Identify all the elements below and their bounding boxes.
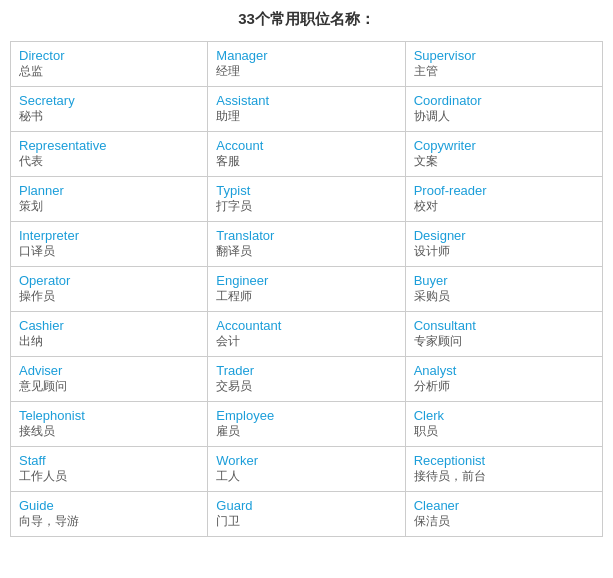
table-cell: Supervisor主管: [405, 42, 602, 87]
job-title-zh: 出纳: [19, 333, 199, 350]
job-title-zh: 职员: [414, 423, 594, 440]
job-title-en: Secretary: [19, 93, 199, 108]
job-title-zh: 会计: [216, 333, 396, 350]
table-cell: Operator操作员: [11, 267, 208, 312]
table-cell: Account客服: [208, 132, 405, 177]
job-title-en: Clerk: [414, 408, 594, 423]
table-cell: Assistant助理: [208, 87, 405, 132]
job-title-en: Trader: [216, 363, 396, 378]
job-title-zh: 工程师: [216, 288, 396, 305]
table-cell: Trader交易员: [208, 357, 405, 402]
job-title-en: Interpreter: [19, 228, 199, 243]
job-title-zh: 工作人员: [19, 468, 199, 485]
job-title-zh: 设计师: [414, 243, 594, 260]
job-title-en: Telephonist: [19, 408, 199, 423]
jobs-table: Director总监Manager经理Supervisor主管Secretary…: [10, 41, 603, 537]
job-title-en: Guard: [216, 498, 396, 513]
table-cell: Typist打字员: [208, 177, 405, 222]
job-title-zh: 助理: [216, 108, 396, 125]
table-cell: Staff工作人员: [11, 447, 208, 492]
job-title-zh: 接待员，前台: [414, 468, 594, 485]
table-cell: Telephonist接线员: [11, 402, 208, 447]
job-title-zh: 交易员: [216, 378, 396, 395]
page-title: 33个常用职位名称：: [10, 10, 603, 29]
job-title-en: Accountant: [216, 318, 396, 333]
job-title-zh: 向导，导游: [19, 513, 199, 530]
table-cell: Proof-reader校对: [405, 177, 602, 222]
job-title-zh: 文案: [414, 153, 594, 170]
table-cell: Clerk职员: [405, 402, 602, 447]
table-cell: Worker工人: [208, 447, 405, 492]
table-cell: Buyer采购员: [405, 267, 602, 312]
job-title-en: Representative: [19, 138, 199, 153]
job-title-en: Typist: [216, 183, 396, 198]
table-cell: Cashier出纳: [11, 312, 208, 357]
job-title-en: Coordinator: [414, 93, 594, 108]
job-title-en: Worker: [216, 453, 396, 468]
job-title-zh: 客服: [216, 153, 396, 170]
table-cell: Receptionist接待员，前台: [405, 447, 602, 492]
job-title-zh: 专家顾问: [414, 333, 594, 350]
table-cell: Coordinator协调人: [405, 87, 602, 132]
table-cell: Engineer工程师: [208, 267, 405, 312]
job-title-en: Planner: [19, 183, 199, 198]
job-title-zh: 工人: [216, 468, 396, 485]
job-title-zh: 门卫: [216, 513, 396, 530]
job-title-zh: 操作员: [19, 288, 199, 305]
job-title-zh: 分析师: [414, 378, 594, 395]
job-title-en: Adviser: [19, 363, 199, 378]
table-cell: Guard门卫: [208, 492, 405, 537]
job-title-en: Analyst: [414, 363, 594, 378]
job-title-zh: 代表: [19, 153, 199, 170]
job-title-zh: 口译员: [19, 243, 199, 260]
table-cell: Designer设计师: [405, 222, 602, 267]
job-title-en: Employee: [216, 408, 396, 423]
job-title-en: Account: [216, 138, 396, 153]
job-title-zh: 校对: [414, 198, 594, 215]
job-title-en: Supervisor: [414, 48, 594, 63]
table-cell: Representative代表: [11, 132, 208, 177]
job-title-en: Cashier: [19, 318, 199, 333]
job-title-en: Consultant: [414, 318, 594, 333]
table-cell: Consultant专家顾问: [405, 312, 602, 357]
job-title-zh: 总监: [19, 63, 199, 80]
job-title-en: Cleaner: [414, 498, 594, 513]
table-cell: Adviser意见顾问: [11, 357, 208, 402]
job-title-zh: 翻译员: [216, 243, 396, 260]
table-cell: Manager经理: [208, 42, 405, 87]
table-cell: Employee雇员: [208, 402, 405, 447]
job-title-en: Operator: [19, 273, 199, 288]
job-title-zh: 秘书: [19, 108, 199, 125]
job-title-en: Proof-reader: [414, 183, 594, 198]
table-cell: Cleaner保洁员: [405, 492, 602, 537]
job-title-zh: 策划: [19, 198, 199, 215]
job-title-en: Manager: [216, 48, 396, 63]
job-title-en: Assistant: [216, 93, 396, 108]
table-cell: Secretary秘书: [11, 87, 208, 132]
job-title-zh: 打字员: [216, 198, 396, 215]
job-title-en: Guide: [19, 498, 199, 513]
table-cell: Accountant会计: [208, 312, 405, 357]
table-cell: Translator翻译员: [208, 222, 405, 267]
job-title-en: Engineer: [216, 273, 396, 288]
table-cell: Interpreter口译员: [11, 222, 208, 267]
job-title-zh: 保洁员: [414, 513, 594, 530]
table-cell: Analyst分析师: [405, 357, 602, 402]
job-title-zh: 协调人: [414, 108, 594, 125]
job-title-zh: 雇员: [216, 423, 396, 440]
table-cell: Copywriter文案: [405, 132, 602, 177]
job-title-zh: 主管: [414, 63, 594, 80]
job-title-zh: 接线员: [19, 423, 199, 440]
job-title-zh: 经理: [216, 63, 396, 80]
job-title-zh: 意见顾问: [19, 378, 199, 395]
table-cell: Planner策划: [11, 177, 208, 222]
table-cell: Director总监: [11, 42, 208, 87]
job-title-en: Receptionist: [414, 453, 594, 468]
job-title-en: Director: [19, 48, 199, 63]
job-title-zh: 采购员: [414, 288, 594, 305]
table-cell: Guide向导，导游: [11, 492, 208, 537]
job-title-en: Copywriter: [414, 138, 594, 153]
job-title-en: Translator: [216, 228, 396, 243]
job-title-en: Buyer: [414, 273, 594, 288]
job-title-en: Designer: [414, 228, 594, 243]
